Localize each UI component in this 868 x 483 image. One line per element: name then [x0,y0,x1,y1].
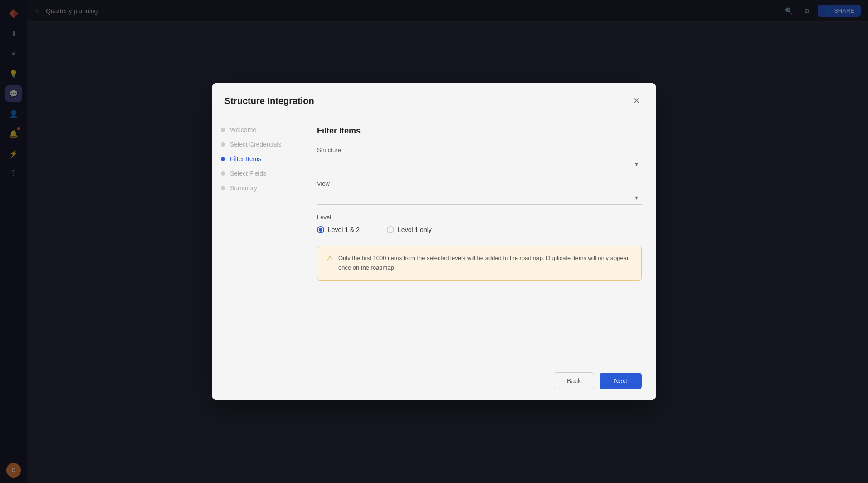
level-1-2-radio[interactable] [317,226,324,233]
close-button[interactable]: ✕ [629,94,644,108]
step-select-fields[interactable]: Select Fields [221,170,293,177]
step-dot-filter [221,157,225,161]
level-1-2-label: Level 1 & 2 [328,226,360,233]
level-options: Level 1 & 2 Level 1 only [317,226,642,233]
structure-select-wrapper [317,156,642,171]
step-summary[interactable]: Summary [221,184,293,192]
step-credentials[interactable]: Select Credentials [221,141,293,148]
view-label: View [317,180,642,187]
view-select[interactable] [317,190,642,205]
warning-box: ⚠ Only the first 1000 items from the sel… [317,246,642,281]
modal-dialog: Structure Integration ✕ Welcome Select C… [212,83,656,400]
warning-text: Only the first 1000 items from the selec… [338,254,632,273]
level-section: Level Level 1 & 2 Level 1 only [317,214,642,233]
warning-icon: ⚠ [327,254,333,273]
modal-overlay: Structure Integration ✕ Welcome Select C… [0,0,868,483]
step-dot-credentials [221,142,225,147]
view-field: View [317,180,642,205]
level-1-only-option[interactable]: Level 1 only [387,226,432,233]
step-welcome[interactable]: Welcome [221,126,293,133]
back-button[interactable]: Back [554,372,594,389]
main-panel: Filter Items Structure View [302,115,656,365]
structure-label: Structure [317,147,642,153]
level-1-2-option[interactable]: Level 1 & 2 [317,226,360,233]
level-label: Level [317,214,642,221]
step-dot-welcome [221,128,225,132]
steps-sidebar: Welcome Select Credentials Filter Items … [212,115,302,365]
modal-title: Structure Integration [224,96,314,106]
view-select-wrapper [317,190,642,205]
modal-header: Structure Integration ✕ [212,83,656,115]
level-1-only-label: Level 1 only [398,226,432,233]
structure-select[interactable] [317,156,642,171]
structure-field: Structure [317,147,642,171]
level-1-only-radio[interactable] [387,226,394,233]
modal-footer: Back Next [212,365,656,400]
next-button[interactable]: Next [600,373,642,389]
panel-title: Filter Items [317,126,642,136]
step-dot-summary [221,186,225,190]
modal-body: Welcome Select Credentials Filter Items … [212,115,656,365]
step-dot-fields [221,171,225,176]
step-filter-items[interactable]: Filter Items [221,155,293,163]
